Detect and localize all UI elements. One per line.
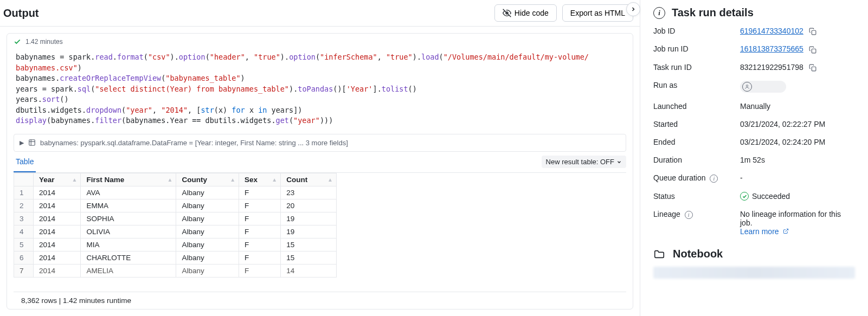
cell: Albany	[176, 186, 239, 199]
new-result-table-toggle[interactable]: New result table: OFF	[542, 156, 626, 168]
duration-label: Duration	[653, 156, 740, 164]
cell: 19	[281, 212, 337, 225]
table-row[interactable]: 32014SOPHIAAlbanyF19	[14, 212, 337, 225]
svg-rect-5	[812, 49, 816, 53]
export-html-button[interactable]: Export as HTML	[562, 4, 633, 22]
table-row[interactable]: 72014AMELIAAlbanyF14	[14, 264, 337, 277]
check-icon	[14, 38, 21, 46]
run-as-user-name	[755, 82, 781, 91]
svg-rect-4	[812, 31, 816, 35]
cell: 14	[281, 264, 337, 277]
cell: 23	[281, 186, 337, 199]
column-header[interactable]: Sex▲	[239, 173, 281, 186]
sort-icon[interactable]: ▲	[72, 177, 78, 183]
queue-duration-value: -	[740, 173, 855, 183]
svg-line-8	[786, 229, 788, 232]
cell: CHARLOTTE	[81, 251, 176, 264]
cell: 2014	[34, 199, 81, 212]
new-result-table-label: New result table: OFF	[546, 158, 614, 166]
sort-icon[interactable]: ▲	[272, 177, 277, 183]
notebook-path-redacted	[653, 267, 855, 279]
result-table: Year▲First Name▲County▲Sex▲Count▲ 12014A…	[14, 173, 337, 278]
lineage-label: Lineage i	[653, 210, 740, 236]
cell: 15	[281, 251, 337, 264]
cell: Albany	[176, 264, 239, 277]
schema-box[interactable]: ▶ babynames: pyspark.sql.dataframe.DataF…	[14, 134, 626, 152]
lineage-learn-more-link[interactable]: Learn more	[740, 227, 789, 236]
page-title: Output	[3, 7, 39, 20]
cell: AMELIA	[81, 264, 176, 277]
job-id-link[interactable]: 619614733340102	[740, 27, 803, 35]
sort-icon[interactable]: ▲	[230, 177, 235, 183]
cell: F	[239, 264, 281, 277]
table-row[interactable]: 42014OLIVIAAlbanyF19	[14, 225, 337, 238]
column-header[interactable]: Year▲	[34, 173, 81, 186]
expand-caret-icon[interactable]: ▶	[20, 139, 24, 146]
column-header[interactable]: County▲	[176, 173, 239, 186]
copy-icon[interactable]	[809, 64, 816, 72]
column-header[interactable]: Count▲	[281, 173, 337, 186]
cell: EMMA	[81, 199, 176, 212]
started-label: Started	[653, 120, 740, 128]
info-icon[interactable]: i	[685, 211, 693, 219]
notebook-section-title: Notebook	[673, 248, 723, 260]
chevron-down-icon	[616, 159, 622, 165]
hide-code-button[interactable]: Hide code	[494, 4, 557, 22]
lineage-text: No lineage information for this job.	[740, 210, 841, 227]
task-run-id-value: 832121922951798	[740, 63, 803, 72]
copy-icon[interactable]	[809, 28, 816, 35]
table-row[interactable]: 62014CHARLOTTEAlbanyF15	[14, 251, 337, 264]
job-run-id-link[interactable]: 161813873375665	[740, 44, 803, 53]
cell: 20	[281, 199, 337, 212]
status-label: Status	[653, 192, 740, 201]
cell: Albany	[176, 251, 239, 264]
queue-duration-label: Queue duration i	[653, 173, 740, 183]
ended-label: Ended	[653, 138, 740, 146]
cell: F	[239, 186, 281, 199]
rownum-header	[14, 173, 34, 186]
info-icon[interactable]: i	[710, 175, 718, 183]
copy-icon[interactable]	[809, 46, 816, 54]
table-row[interactable]: 22014EMMAAlbanyF20	[14, 199, 337, 212]
cell: MIA	[81, 238, 176, 251]
external-link-icon	[783, 228, 789, 234]
duration-value: 1m 52s	[740, 156, 855, 164]
eye-off-icon	[503, 9, 511, 17]
cell: F	[239, 199, 281, 212]
table-row[interactable]: 12014AVAAlbanyF23	[14, 186, 337, 199]
cell: Albany	[176, 199, 239, 212]
rownum-cell: 5	[14, 238, 34, 251]
cell: AVA	[81, 186, 176, 199]
sort-icon[interactable]: ▲	[327, 177, 333, 183]
rownum-cell: 4	[14, 225, 34, 238]
launched-value: Manually	[740, 102, 855, 111]
cell: Albany	[176, 238, 239, 251]
column-header[interactable]: First Name▲	[81, 173, 176, 186]
code-block: babynames = spark.read.format("csv").opt…	[7, 50, 633, 131]
success-icon	[740, 192, 749, 201]
collapse-right-pane-button[interactable]	[626, 2, 640, 16]
cell: F	[239, 225, 281, 238]
details-title: Task run details	[672, 7, 754, 19]
rownum-cell: 1	[14, 186, 34, 199]
tab-table[interactable]: Table	[14, 152, 36, 172]
ended-value: 03/21/2024, 02:24:20 PM	[740, 138, 855, 146]
cell: 2014	[34, 264, 81, 277]
run-as-label: Run as	[653, 81, 740, 93]
table-row[interactable]: 52014MIAAlbanyF15	[14, 238, 337, 251]
cell: 2014	[34, 251, 81, 264]
cell: F	[239, 238, 281, 251]
cell: F	[239, 251, 281, 264]
cell: Albany	[176, 212, 239, 225]
status-badge: Succeeded	[740, 192, 790, 201]
launched-label: Launched	[653, 102, 740, 111]
sort-icon[interactable]: ▲	[168, 177, 173, 183]
started-value: 03/21/2024, 02:22:27 PM	[740, 120, 855, 128]
run-as-user[interactable]	[740, 81, 786, 93]
rownum-cell: 6	[14, 251, 34, 264]
folder-icon	[653, 248, 665, 260]
cell: Albany	[176, 225, 239, 238]
svg-rect-6	[812, 67, 816, 71]
runtime-label: 1.42 minutes	[25, 38, 63, 46]
schema-text: babynames: pyspark.sql.dataframe.DataFra…	[40, 139, 348, 147]
